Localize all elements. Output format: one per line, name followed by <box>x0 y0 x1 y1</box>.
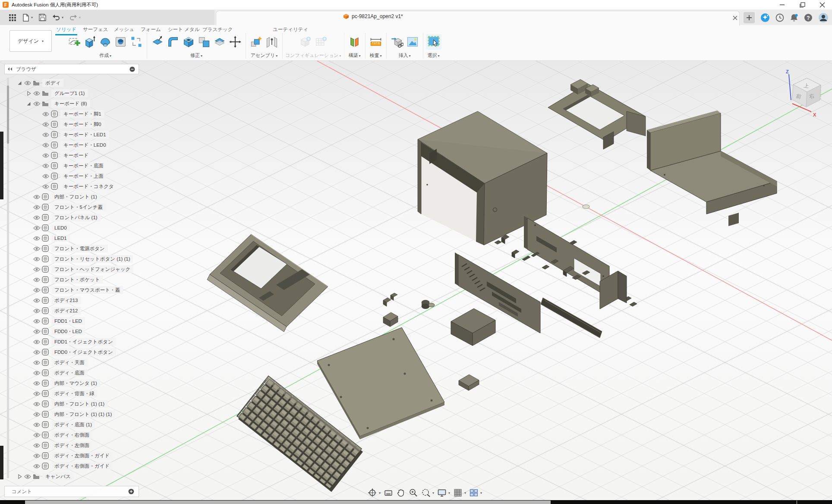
tree-row[interactable]: FDD0・LED <box>4 326 133 337</box>
tree-item-label[interactable]: 内部・フロント (1) (1) <box>51 400 107 408</box>
tree-item-label[interactable]: フロントパネル (1) <box>51 214 101 221</box>
visibility-eye-icon[interactable] <box>41 164 50 168</box>
tree-item-label[interactable]: キャンバス <box>42 472 74 480</box>
tree-item-label[interactable]: ボディ213 <box>51 296 81 304</box>
design-workspace-menu[interactable]: デザイン▾ <box>9 30 52 52</box>
visibility-eye-icon[interactable] <box>32 402 41 406</box>
document-tab[interactable] <box>216 11 740 25</box>
tree-item-label[interactable]: ボディ・背面・緑 <box>51 390 98 397</box>
hole-button[interactable] <box>113 34 129 50</box>
tree-item-label[interactable]: LED1 <box>51 235 70 242</box>
new-component-button[interactable] <box>249 34 264 50</box>
extrude-button[interactable] <box>82 34 98 50</box>
close-tab-button[interactable] <box>732 15 738 21</box>
tree-row[interactable]: キーボード (8) <box>4 98 133 109</box>
tree-row[interactable]: ボディ212 <box>4 306 133 316</box>
ribbon-group-label[interactable]: コンフィギュレーション▾ <box>285 52 341 59</box>
zoom-window-button[interactable]: ▾ <box>421 488 434 498</box>
tree-row[interactable]: フロント・ポケット <box>4 274 133 285</box>
pan-button[interactable] <box>396 488 406 498</box>
visibility-eye-icon[interactable] <box>41 174 50 179</box>
tree-row[interactable]: キーボード・LED0 <box>4 140 133 150</box>
tree-row[interactable]: フロント・ヘッドフォンジャック <box>4 264 133 274</box>
tree-row[interactable]: ボディ213 <box>4 295 133 306</box>
visibility-eye-icon[interactable] <box>23 474 32 479</box>
tree-expand-arrow-icon[interactable] <box>25 101 32 106</box>
fillet-button[interactable] <box>165 34 181 50</box>
visibility-eye-icon[interactable] <box>32 329 41 334</box>
tree-item-label[interactable]: FDD1・イジェクトボタン <box>51 338 116 346</box>
close-button[interactable] <box>812 0 832 9</box>
visibility-eye-icon[interactable] <box>32 195 41 199</box>
job-status-button[interactable] <box>775 13 784 22</box>
notifications-button[interactable] <box>790 13 798 22</box>
tree-row[interactable]: グループ1 (1) <box>4 88 133 98</box>
shell-button[interactable] <box>181 34 196 50</box>
configuration-table-button[interactable] <box>313 34 329 50</box>
tree-row[interactable]: フロント・マウスポート・蓋 <box>4 285 133 295</box>
save-button[interactable] <box>39 14 46 21</box>
tree-collapse-arrow-icon[interactable] <box>25 91 32 96</box>
visibility-eye-icon[interactable] <box>23 81 32 85</box>
tree-item-label[interactable]: FDD0・イジェクトボタン <box>51 348 116 356</box>
joint-button[interactable] <box>264 34 280 50</box>
tree-item-label[interactable]: フロント・電源ボタン <box>51 245 108 252</box>
tree-row[interactable]: キーボード・上面 <box>4 171 133 181</box>
extensions-button[interactable] <box>760 13 770 22</box>
visibility-eye-icon[interactable] <box>32 309 41 313</box>
visibility-eye-icon[interactable] <box>32 412 41 417</box>
tree-row[interactable]: フロントパネル (1) <box>4 212 133 223</box>
visibility-eye-icon[interactable] <box>32 257 41 261</box>
viewports-button[interactable]: ▾ <box>469 488 482 498</box>
visibility-eye-icon[interactable] <box>32 91 41 96</box>
visibility-eye-icon[interactable] <box>32 319 41 324</box>
tree-row[interactable]: キーボード・底面 <box>4 161 133 171</box>
visibility-eye-icon[interactable] <box>32 205 41 210</box>
tree-row[interactable]: ボディ・左側面・ガイド <box>4 450 133 461</box>
tree-item-label[interactable]: キーボード・LED1 <box>60 131 109 139</box>
tree-item-label[interactable]: フロント・リセットボタン (1) (1) <box>51 255 133 263</box>
tree-row[interactable]: 内部・フロント (1) (1) (1) <box>4 409 133 419</box>
tree-item-label[interactable]: 内部・フロント (1) (1) (1) <box>51 410 115 418</box>
configuration-button[interactable] <box>298 34 313 50</box>
orbit-button[interactable]: ▾ <box>368 488 381 498</box>
insert-derive-button[interactable] <box>389 34 405 50</box>
tree-item-label[interactable]: ボディ・右側面・ガイド <box>51 462 113 470</box>
visibility-eye-icon[interactable] <box>32 267 41 272</box>
tree-row[interactable]: FDD1・イジェクトボタン <box>4 337 133 347</box>
tree-row[interactable]: ボディ・天面 <box>4 357 133 368</box>
tree-item-label[interactable]: ボディ・左側面 <box>51 441 92 449</box>
tree-row[interactable]: フロント・5インチ蓋 <box>4 202 133 212</box>
tree-row[interactable]: ボディ <box>4 78 133 88</box>
visibility-eye-icon[interactable] <box>32 236 41 241</box>
visibility-eye-icon[interactable] <box>32 101 41 106</box>
rectangular-pattern-button[interactable] <box>129 34 144 50</box>
visibility-eye-icon[interactable] <box>41 112 50 117</box>
visibility-eye-icon[interactable] <box>32 381 41 386</box>
tree-row[interactable]: LED1 <box>4 233 133 243</box>
tree-item-label[interactable]: ボディ・天面 <box>51 359 88 366</box>
ribbon-group-label[interactable]: 検査▾ <box>370 52 382 59</box>
profile-button[interactable] <box>818 13 829 23</box>
tree-row[interactable]: キーボード・LED1 <box>4 129 133 140</box>
visibility-eye-icon[interactable] <box>32 464 41 469</box>
tree-row[interactable]: 内部・フロント (1) <box>4 192 133 202</box>
visibility-eye-icon[interactable] <box>32 371 41 375</box>
look-at-button[interactable] <box>384 488 393 498</box>
tree-item-label[interactable]: FDD1・LED <box>51 317 85 325</box>
tree-item-label[interactable]: フロント・ヘッドフォンジャック <box>51 265 133 273</box>
tree-item-label[interactable]: キーボード・脚1 <box>60 110 104 118</box>
ribbon-group-label[interactable]: アセンブリ▾ <box>251 52 277 59</box>
ribbon-group-label[interactable]: 作成▾ <box>99 52 111 59</box>
visibility-eye-icon[interactable] <box>32 226 41 230</box>
tree-row[interactable]: ボディ・背面・緑 <box>4 388 133 399</box>
display-settings-button[interactable]: ▾ <box>437 488 450 498</box>
redo-button[interactable]: ▾ <box>69 14 81 21</box>
visibility-eye-icon[interactable] <box>32 350 41 355</box>
tree-item-label[interactable]: キーボード・LED0 <box>60 141 109 149</box>
tree-row[interactable]: キーボード・脚1 <box>4 109 133 119</box>
add-comment-icon[interactable] <box>128 488 134 495</box>
tree-row[interactable]: ボディ・右側面 <box>4 430 133 440</box>
visibility-eye-icon[interactable] <box>32 360 41 365</box>
tree-item-label[interactable]: ボディ・左側面・ガイド <box>51 452 113 460</box>
